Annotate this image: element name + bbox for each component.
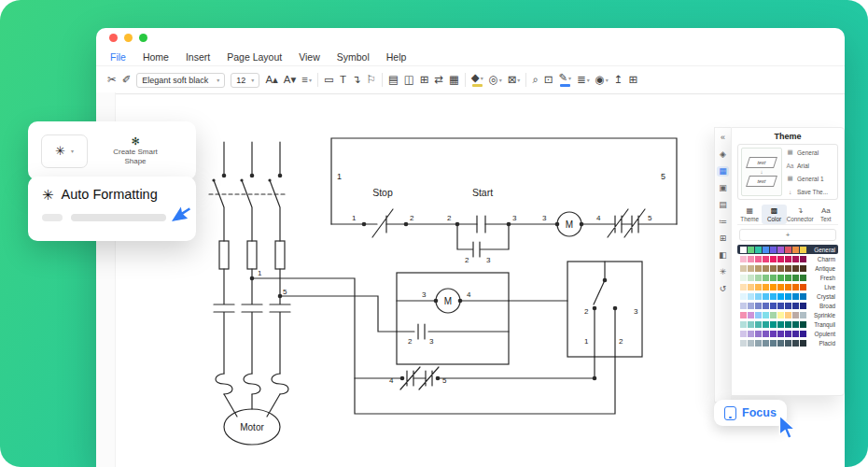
distribute-icon[interactable]: ▦ <box>449 75 459 86</box>
color-swatch[interactable] <box>770 293 777 300</box>
fill-color-icon[interactable]: ◆▾ <box>471 73 483 88</box>
color-swatch[interactable] <box>792 275 799 281</box>
color-swatch[interactable] <box>785 256 791 262</box>
collapse-panel-icon[interactable]: « <box>719 133 727 143</box>
color-swatch[interactable] <box>755 340 762 347</box>
color-swatch[interactable] <box>755 256 762 262</box>
menu-item[interactable]: Insert <box>177 51 218 63</box>
color-swatch[interactable] <box>763 340 769 347</box>
menu-item[interactable]: Symbol <box>329 51 378 63</box>
color-swatch[interactable] <box>770 331 777 337</box>
font-increase-icon[interactable]: A▴ <box>265 75 277 86</box>
color-swatch[interactable] <box>740 275 747 281</box>
group-icon[interactable]: ◫ <box>404 75 414 86</box>
font-family-select[interactable]: Elegant soft black▾ <box>136 73 225 88</box>
color-swatch[interactable] <box>785 275 791 281</box>
color-swatch[interactable] <box>800 265 806 272</box>
table-panel-icon[interactable]: ⊞ <box>718 234 729 244</box>
color-swatch[interactable] <box>748 340 754 347</box>
connector-tool-icon[interactable]: ↴ <box>352 75 361 86</box>
color-swatch[interactable] <box>777 293 784 300</box>
color-swatch[interactable] <box>785 265 791 272</box>
color-swatch[interactable] <box>748 256 754 262</box>
minimize-window-button[interactable] <box>124 34 133 42</box>
theme-info-row[interactable]: ▦ General 1 <box>786 175 834 182</box>
color-swatch[interactable] <box>785 284 791 290</box>
menu-item[interactable]: File <box>102 51 134 63</box>
color-swatch[interactable] <box>740 284 747 290</box>
crop-icon[interactable]: ⊠▾ <box>508 75 521 86</box>
font-size-select[interactable]: 12▾ <box>231 73 259 88</box>
color-swatch[interactable] <box>763 312 769 318</box>
color-swatch[interactable] <box>770 340 777 347</box>
menu-item[interactable]: Page Layout <box>218 51 290 63</box>
color-swatch[interactable] <box>777 303 784 309</box>
symbol-library-icon[interactable]: ◈ <box>718 149 728 160</box>
search-icon[interactable]: ⌕ <box>532 75 538 86</box>
palette-row[interactable]: Tranquil <box>737 319 838 329</box>
color-swatch[interactable] <box>777 321 784 328</box>
color-swatch[interactable] <box>785 293 791 300</box>
color-swatch[interactable] <box>755 247 762 253</box>
color-swatch[interactable] <box>770 321 777 328</box>
color-swatch[interactable] <box>748 284 754 290</box>
export-icon[interactable]: ↥ <box>614 75 623 86</box>
color-swatch[interactable] <box>800 256 806 262</box>
color-swatch[interactable] <box>770 256 777 262</box>
panel-tab[interactable]: ↴ Connector <box>787 205 814 224</box>
color-swatch[interactable] <box>763 275 769 281</box>
flip-icon[interactable]: ⇄ <box>434 75 443 86</box>
color-swatch[interactable] <box>763 247 769 253</box>
color-swatch[interactable] <box>770 312 777 318</box>
color-swatch[interactable] <box>785 247 791 253</box>
color-swatch[interactable] <box>800 284 806 290</box>
panel-tab[interactable]: ▦ Theme <box>737 205 762 224</box>
color-swatch[interactable] <box>800 247 806 253</box>
theme-info-row[interactable]: Aa Arial <box>786 163 834 169</box>
color-swatch[interactable] <box>740 312 747 318</box>
theme-panel-icon[interactable]: ▦ <box>717 166 729 177</box>
line-style-icon[interactable]: ≣▾ <box>577 75 590 86</box>
lock-icon[interactable]: ◉▾ <box>595 75 609 86</box>
theme-info-row[interactable]: ↓ Save The... <box>786 189 834 195</box>
palette-row[interactable]: General <box>737 245 838 254</box>
color-swatch[interactable] <box>770 265 777 272</box>
color-swatch[interactable] <box>770 303 777 309</box>
pen-color-icon[interactable]: ✎▾ <box>558 73 571 88</box>
color-swatch[interactable] <box>777 331 784 337</box>
palette-row[interactable]: Fresh <box>737 273 838 282</box>
color-swatch[interactable] <box>792 321 799 328</box>
palette-row[interactable]: Antique <box>737 263 838 273</box>
text-align-icon[interactable]: ≡▾ <box>301 75 312 86</box>
color-swatch[interactable] <box>755 284 762 290</box>
color-swatch[interactable] <box>763 331 769 337</box>
palette-row[interactable]: Charm <box>737 254 838 263</box>
color-swatch[interactable] <box>800 293 806 300</box>
palette-row[interactable]: Placid <box>737 338 838 347</box>
color-swatch[interactable] <box>748 247 754 253</box>
color-swatch[interactable] <box>740 321 747 328</box>
color-swatch[interactable] <box>740 247 747 253</box>
color-swatch[interactable] <box>740 303 747 309</box>
color-swatch[interactable] <box>748 265 754 272</box>
color-swatch[interactable] <box>800 312 806 318</box>
palette-row[interactable]: Sprinkle <box>737 310 838 319</box>
color-swatch[interactable] <box>800 303 806 309</box>
color-swatch[interactable] <box>785 340 791 347</box>
color-swatch[interactable] <box>740 340 747 347</box>
color-swatch[interactable] <box>763 265 769 272</box>
color-swatch[interactable] <box>792 312 799 318</box>
cut-icon[interactable]: ✂ <box>107 75 117 86</box>
color-swatch[interactable] <box>800 321 806 328</box>
color-swatch[interactable] <box>785 303 791 309</box>
color-swatch[interactable] <box>792 284 799 290</box>
color-swatch[interactable] <box>755 331 762 337</box>
theme-info-row[interactable]: ▦ General <box>786 149 834 156</box>
add-palette-button[interactable]: + <box>739 229 836 241</box>
color-swatch[interactable] <box>800 331 806 337</box>
color-swatch[interactable] <box>792 331 799 337</box>
font-decrease-icon[interactable]: A▾ <box>284 75 296 86</box>
theme-preview[interactable]: test ↓ test <box>741 148 782 196</box>
text-tool-icon[interactable]: T <box>340 75 346 86</box>
color-swatch[interactable] <box>740 293 747 300</box>
